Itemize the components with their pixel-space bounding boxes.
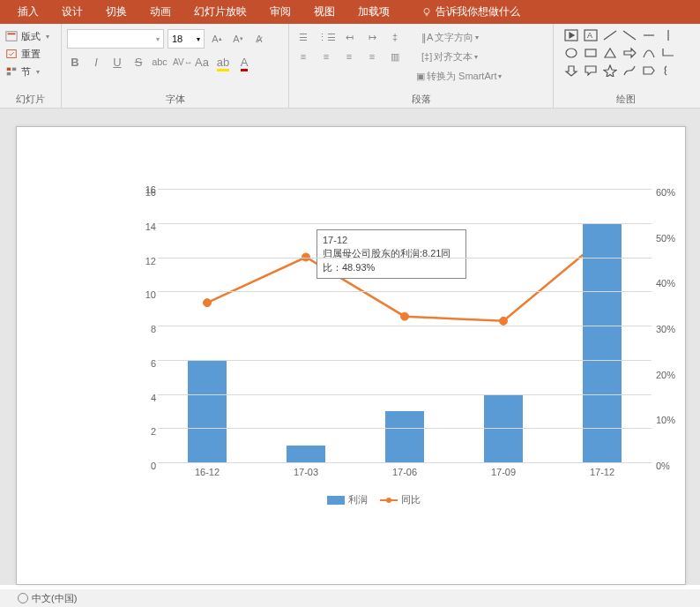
reset-icon xyxy=(5,48,18,60)
tab-transitions[interactable]: 切换 xyxy=(106,4,127,19)
shadow-button[interactable]: abc xyxy=(152,56,168,67)
svg-rect-5 xyxy=(12,68,16,71)
font-group: ▾ 18▾ A▴ A▾ A̷ B I U S abc AV↔ Aa ab A 字… xyxy=(62,24,289,108)
bar-17-03[interactable] xyxy=(287,446,325,462)
left-y-axis: 16 0246810121416 xyxy=(131,184,156,467)
tab-addins[interactable]: 加载项 xyxy=(358,4,390,19)
svg-rect-3 xyxy=(7,50,17,58)
section-icon xyxy=(5,65,18,78)
increase-font-button[interactable]: A▴ xyxy=(208,30,226,48)
shape-vline-icon[interactable] xyxy=(621,27,638,43)
reset-button[interactable]: 重置 xyxy=(5,45,56,63)
font-name-combo[interactable]: ▾ xyxy=(67,29,164,49)
shape-play-icon[interactable] xyxy=(562,27,580,43)
shape-star-icon[interactable] xyxy=(601,63,619,79)
shape-hline-icon[interactable] xyxy=(601,27,619,43)
shape-line-icon[interactable] xyxy=(640,27,658,43)
tab-slideshow[interactable]: 幻灯片放映 xyxy=(194,4,247,19)
line-marker-17-09[interactable] xyxy=(500,317,508,325)
language-label[interactable]: 中文(中国) xyxy=(32,592,77,605)
shape-textbox-icon[interactable]: A xyxy=(582,27,599,43)
chart-legend: 利润 同比 xyxy=(70,493,669,506)
svg-rect-2 xyxy=(8,34,16,35)
svg-marker-18 xyxy=(644,67,654,74)
columns-button[interactable]: ▥ xyxy=(386,51,404,63)
shape-elbow-icon[interactable] xyxy=(659,45,677,61)
legend-swatch-bar xyxy=(327,496,345,505)
char-spacing-button[interactable]: AV↔ xyxy=(173,57,189,67)
svg-point-20 xyxy=(386,498,391,503)
svg-line-12 xyxy=(623,31,636,40)
tell-me-label: 告诉我你想做什么 xyxy=(436,4,520,19)
align-right-button[interactable]: ≡ xyxy=(340,51,358,62)
font-size-combo[interactable]: 18▾ xyxy=(168,29,205,49)
tab-design[interactable]: 设计 xyxy=(62,4,83,19)
dropdown-icon: ▾ xyxy=(156,35,160,43)
dropdown-icon: ▾ xyxy=(36,68,40,76)
justify-button[interactable]: ≡ xyxy=(363,51,381,62)
slides-group-label: 幻灯片 xyxy=(5,93,56,106)
legend-swatch-line xyxy=(380,496,398,505)
svg-point-0 xyxy=(424,8,429,13)
shape-triangle-icon[interactable] xyxy=(601,45,619,61)
line-space-button[interactable]: ‡ xyxy=(386,32,404,42)
layout-icon xyxy=(5,30,18,42)
decrease-font-button[interactable]: A▾ xyxy=(229,30,247,48)
numbering-button[interactable]: ⋮☰ xyxy=(317,32,335,43)
paragraph-group: ☰ ⋮☰ ↤ ↦ ‡ ‖A文字方向▾ ≡ ≡ ≡ ≡ ▥ [‡]对齐文本▾ ▣转… xyxy=(289,24,554,108)
shape-line2-icon[interactable] xyxy=(659,27,677,43)
drawing-group: A 绘图 xyxy=(554,24,695,108)
tab-view[interactable]: 视图 xyxy=(314,4,335,19)
font-group-label: 字体 xyxy=(67,93,283,106)
svg-rect-1 xyxy=(6,32,17,41)
shape-rect-icon[interactable] xyxy=(582,45,599,61)
shape-curve-icon[interactable] xyxy=(621,63,638,79)
font-color-button[interactable]: A xyxy=(236,56,252,69)
align-center-button[interactable]: ≡ xyxy=(317,51,335,62)
highlight-button[interactable]: ab xyxy=(215,56,231,69)
underline-button[interactable]: U xyxy=(109,56,125,69)
indent-left-button[interactable]: ↤ xyxy=(340,32,358,43)
indent-right-button[interactable]: ↦ xyxy=(363,32,381,43)
svg-text:A: A xyxy=(587,31,592,40)
bar-17-12[interactable] xyxy=(583,223,622,462)
convert-smartart-button[interactable]: ▣转换为 SmartArt▾ xyxy=(416,70,502,83)
tell-me-search[interactable]: 告诉我你想做什么 xyxy=(421,4,520,19)
paragraph-group-label: 段落 xyxy=(294,93,547,106)
strike-button[interactable]: S xyxy=(130,56,146,69)
shape-brace-icon[interactable] xyxy=(659,63,677,79)
chart-object[interactable]: 16 0246810121416 0%10%20%30%40%50%60% 17… xyxy=(70,180,669,515)
dropdown-icon: ▾ xyxy=(46,33,49,41)
align-left-button[interactable]: ≡ xyxy=(294,51,312,62)
shape-arc-icon[interactable] xyxy=(640,45,658,61)
slide-edit-area: 16 0246810121416 0%10%20%30%40%50%60% 17… xyxy=(0,109,700,585)
bold-button[interactable]: B xyxy=(67,56,83,69)
section-button[interactable]: 节▾ xyxy=(5,63,56,80)
tab-animations[interactable]: 动画 xyxy=(150,4,171,19)
ribbon-body: 版式▾ 重置 节▾ 幻灯片 ▾ 18▾ A▴ A▾ A̷ B I xyxy=(0,24,700,109)
slide-canvas[interactable]: 16 0246810121416 0%10%20%30%40%50%60% 17… xyxy=(16,126,686,585)
bar-17-06[interactable] xyxy=(385,411,424,462)
align-text-button[interactable]: [‡]对齐文本▾ xyxy=(421,50,478,64)
bullets-button[interactable]: ☰ xyxy=(294,32,312,43)
tab-insert[interactable]: 插入 xyxy=(18,4,39,19)
bar-16-12[interactable] xyxy=(188,360,227,462)
text-direction-button[interactable]: ‖A文字方向▾ xyxy=(421,31,479,44)
svg-rect-4 xyxy=(7,68,11,71)
data-tooltip: 17-12 归属母公司股东的利润:8.21同 比：48.93% xyxy=(316,229,466,279)
shape-arrowr-icon[interactable] xyxy=(621,45,638,61)
shape-arrowd-icon[interactable] xyxy=(562,63,580,79)
clear-format-button[interactable]: A̷ xyxy=(250,30,268,48)
tab-review[interactable]: 审阅 xyxy=(270,4,291,19)
shape-ellipse-icon[interactable] xyxy=(562,45,580,61)
layout-button[interactable]: 版式▾ xyxy=(5,27,56,45)
svg-line-11 xyxy=(604,31,616,40)
shapes-gallery[interactable]: A xyxy=(562,27,689,79)
italic-button[interactable]: I xyxy=(88,56,104,69)
ribbon-tab-strip: 插入 设计 切换 动画 幻灯片放映 审阅 视图 加载项 告诉我你想做什么 xyxy=(0,0,700,24)
shape-penta-icon[interactable] xyxy=(640,63,658,79)
shape-callout-icon[interactable] xyxy=(582,63,599,79)
line-marker-16-12[interactable] xyxy=(204,299,212,307)
line-marker-17-06[interactable] xyxy=(401,312,409,320)
change-case-button[interactable]: Aa xyxy=(194,56,210,69)
